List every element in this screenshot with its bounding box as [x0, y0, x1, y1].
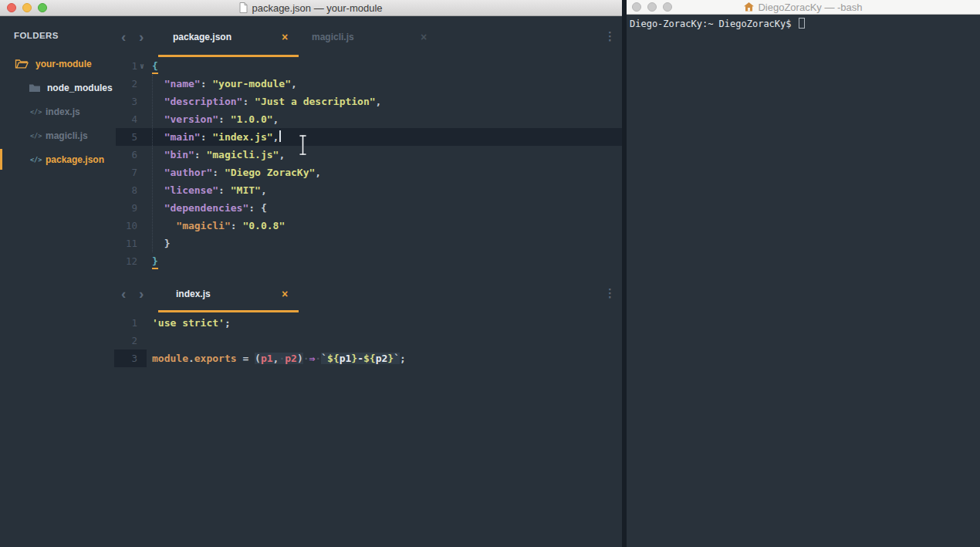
history-back-icon[interactable]: ‹: [121, 29, 126, 45]
code-token: ;: [225, 317, 231, 329]
editor-titlebar: package.json — your-module: [0, 0, 622, 16]
line-number[interactable]: 10: [116, 217, 137, 235]
line-number[interactable]: 6: [116, 146, 137, 164]
code-line-text: "author": "Diego ZoracKy",: [137, 164, 321, 181]
code-line-text: {: [137, 57, 158, 75]
code-token: "version": [164, 113, 218, 125]
code-token: {: [152, 60, 158, 74]
code-token: p2: [376, 353, 388, 364]
mouse-ibeam-cursor: [298, 134, 308, 156]
code-token: "MIT": [231, 184, 261, 196]
code-token: [152, 220, 176, 231]
code-line-text: "description": "Just a description",: [137, 93, 381, 110]
close-tab-icon[interactable]: ×: [282, 289, 288, 299]
text-caret: [279, 130, 281, 142]
code-line[interactable]: 8 "license": "MIT",: [116, 181, 622, 199]
code-line[interactable]: 3 "description": "Just a description",: [116, 93, 622, 110]
code-token: [152, 167, 164, 178]
line-number[interactable]: 3: [116, 93, 137, 110]
sidebar-item-node-modules[interactable]: node_modules: [0, 76, 116, 100]
line-number[interactable]: 3: [116, 349, 137, 367]
code-token: "magicli.js": [206, 149, 279, 160]
line-number[interactable]: 12: [116, 252, 137, 270]
code-token: "name": [164, 78, 201, 89]
code-line[interactable]: 1'use strict';: [116, 314, 622, 332]
folder-icon: [29, 83, 41, 93]
sidebar-item-index-js[interactable]: </>index.js: [0, 100, 116, 123]
line-number[interactable]: 1: [116, 314, 137, 332]
line-number[interactable]: 2: [116, 75, 137, 93]
code-line[interactable]: 2 "name": "your-module",: [116, 75, 622, 93]
code-line[interactable]: 7 "author": "Diego ZoracKy",: [116, 164, 622, 181]
code-token: "author": [164, 167, 213, 178]
code-token: :: [212, 167, 225, 178]
terminal-content[interactable]: Diego-ZoracKy:~ DiegoZoracKy$: [627, 15, 980, 547]
code-line[interactable]: 10 "magicli": "0.0.8": [116, 217, 622, 235]
code-line[interactable]: 3module.exports = (p1,·p2)·⇒·`${p1}-${p2…: [116, 349, 622, 367]
line-number[interactable]: 4: [116, 110, 137, 128]
zoom-window-button[interactable]: [663, 2, 672, 12]
code-token: [152, 78, 164, 89]
line-number[interactable]: 1: [116, 57, 137, 75]
history-back-icon[interactable]: ‹: [121, 286, 126, 302]
code-line[interactable]: 9 "dependencies": {: [116, 199, 622, 217]
line-number[interactable]: 9: [116, 199, 137, 217]
code-editor-package-json[interactable]: 1∨{2 "name": "your-module",3 "descriptio…: [116, 57, 622, 270]
minimize-window-button[interactable]: [647, 2, 657, 12]
sidebar-item-package-json[interactable]: </>package.json: [0, 147, 116, 171]
tab-index-js[interactable]: index.js: [176, 289, 211, 299]
line-number[interactable]: 7: [116, 164, 137, 181]
history-forward-icon[interactable]: ›: [139, 286, 144, 302]
code-token: (: [255, 353, 261, 364]
code-line[interactable]: 2: [116, 332, 622, 349]
sidebar-item-label: index.js: [46, 106, 80, 117]
line-number[interactable]: 2: [116, 332, 137, 349]
code-token: ): [297, 353, 303, 364]
zoom-window-button[interactable]: [38, 3, 47, 12]
code-line-text: "dependencies": {: [137, 199, 267, 217]
history-forward-icon[interactable]: ›: [139, 29, 144, 45]
tab-package-json[interactable]: package.json: [173, 32, 231, 42]
code-token: ·: [303, 353, 309, 364]
terminal-cursor: [799, 18, 805, 29]
code-line[interactable]: 5 "main": "index.js",: [116, 128, 622, 146]
code-line[interactable]: 11 }: [116, 235, 622, 252]
code-line[interactable]: 4 "version": "1.0.0",: [116, 110, 622, 128]
line-number[interactable]: 11: [116, 235, 137, 252]
line-number[interactable]: 8: [116, 181, 137, 199]
code-line[interactable]: 6 "bin": "magicli.js",: [116, 146, 622, 164]
code-token: -: [357, 353, 363, 364]
code-token: :: [242, 96, 255, 107]
close-window-button[interactable]: [632, 2, 641, 12]
code-token: "magicli": [176, 220, 230, 231]
code-token: exports: [194, 353, 237, 364]
code-line-text: 'use strict';: [137, 314, 231, 332]
editor-window: package.json — your-module FOLDERS your-…: [0, 0, 622, 547]
pane-menu-icon[interactable]: ⋮: [604, 29, 616, 43]
code-token: "main": [164, 131, 201, 143]
code-line[interactable]: 12}: [116, 252, 622, 270]
line-number[interactable]: 5: [116, 128, 137, 146]
code-token: ·: [315, 353, 321, 364]
close-tab-icon[interactable]: ×: [282, 32, 288, 42]
pane-menu-icon[interactable]: ⋮: [604, 286, 616, 300]
minimize-window-button[interactable]: [22, 3, 32, 12]
code-token: :: [218, 113, 231, 125]
code-editor-index-js[interactable]: 1'use strict';23module.exports = (p1,·p2…: [116, 314, 622, 367]
code-line[interactable]: 1∨{: [116, 57, 622, 75]
code-token: ,: [273, 113, 279, 125]
code-token: :: [218, 184, 231, 196]
terminal-window: DiegoZoracKy — -bash Diego-ZoracKy:~ Die…: [627, 0, 980, 547]
tab-magicli-js[interactable]: magicli.js: [312, 32, 354, 42]
active-item-indicator: [0, 149, 2, 170]
code-line-text: module.exports = (p1,·p2)·⇒·`${p1}-${p2}…: [137, 349, 406, 367]
close-tab-icon[interactable]: ×: [421, 32, 427, 42]
code-token: "license": [164, 184, 218, 196]
close-window-button[interactable]: [7, 3, 16, 12]
open-folder-icon: [15, 59, 29, 69]
sidebar-item-your-module[interactable]: your-module: [0, 52, 116, 76]
code-token: "1.0.0": [231, 113, 273, 125]
sidebar-item-magicli-js[interactable]: </>magicli.js: [0, 123, 116, 147]
terminal-window-title-area: DiegoZoracKy — -bash: [627, 0, 980, 14]
code-token: [152, 184, 164, 196]
